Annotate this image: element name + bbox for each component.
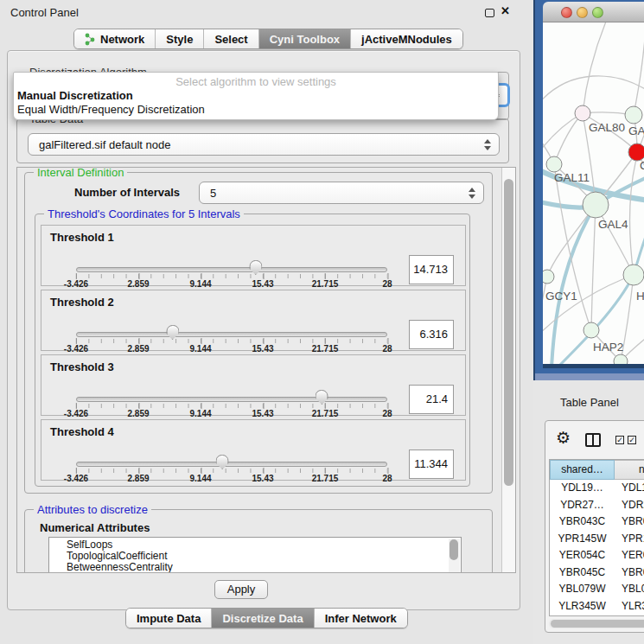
numerical-attributes-list[interactable]: SelfLoopsTopologicalCoefficientBetweenne… xyxy=(48,537,462,572)
table-body: YDL19… YDL19… YDR27… YDR27… YBR043C YBR0… xyxy=(550,480,644,616)
svg-text:GAL80: GAL80 xyxy=(589,121,625,134)
tick-label: 21.715 xyxy=(312,344,339,354)
settings-scrollbar[interactable] xyxy=(501,168,515,572)
cell-shared-name[interactable]: YLR345W xyxy=(550,598,615,615)
table-row[interactable]: YPR145W YPR145W xyxy=(550,531,644,548)
tick-label: 9.144 xyxy=(189,279,211,289)
table-row[interactable]: YDR27… YDR27… xyxy=(550,497,644,514)
cell-name[interactable]: YDR27… xyxy=(615,497,644,514)
table-row[interactable]: YDL19… YDL19… xyxy=(550,480,644,497)
table-scrollbar-thumb[interactable] xyxy=(551,620,644,628)
list-item[interactable]: BetweennessCentrality xyxy=(49,560,461,571)
minimize-traffic-light-icon[interactable] xyxy=(577,7,588,18)
tab-infer-label: Infer Network xyxy=(325,612,397,625)
list-item[interactable]: TopologicalCoefficient xyxy=(49,549,461,560)
cell-shared-name[interactable]: YPR145W xyxy=(550,531,615,548)
column-header-name[interactable]: na xyxy=(615,460,644,480)
close-traffic-light-icon[interactable] xyxy=(561,7,572,18)
number-of-intervals-value: 5 xyxy=(210,187,216,200)
tick-label: 28 xyxy=(382,474,392,483)
cell-name[interactable]: YBL079W xyxy=(615,581,644,598)
cell-name[interactable]: YIL052C xyxy=(615,615,644,616)
table-row[interactable]: YIL052C YIL052C xyxy=(550,615,644,616)
tab-select[interactable]: Select xyxy=(204,29,258,48)
tick-label: 2.859 xyxy=(127,409,149,418)
tick-label: 28 xyxy=(382,279,392,289)
float-window-icon[interactable] xyxy=(485,9,494,17)
gear-icon[interactable] xyxy=(556,428,571,448)
zoom-traffic-light-icon[interactable] xyxy=(592,7,603,18)
network-icon xyxy=(85,33,96,46)
checkbox-icon[interactable] xyxy=(615,436,624,444)
tick-label-row: -3.4262.8599.14415.4321.71528 xyxy=(76,325,387,354)
threshold-row: Threshold 3 -3.4262.8599.14415.4321.7152… xyxy=(41,354,466,416)
cyni-toolbox-panel: Discretization Algorithm Select algorith… xyxy=(7,50,520,610)
cell-shared-name[interactable]: YIL052C xyxy=(550,615,615,616)
spinner-up-icon xyxy=(484,139,491,143)
spinner-down-icon xyxy=(469,194,475,199)
columns-icon[interactable] xyxy=(585,433,601,447)
tick-label: 28 xyxy=(382,409,392,418)
tab-network[interactable]: Network xyxy=(74,29,156,48)
cell-shared-name[interactable]: YDL19… xyxy=(550,480,615,497)
checkbox-icon[interactable] xyxy=(628,436,636,444)
tab-cyni-toolbox[interactable]: Cyni Toolbox xyxy=(259,29,351,48)
threshold-value-field[interactable]: 21.4 xyxy=(409,385,454,414)
svg-text:GA: GA xyxy=(628,124,644,137)
table-row[interactable]: YBL079W YBL079W xyxy=(550,581,644,598)
table-data-combobox[interactable]: galFiltered.sif default node xyxy=(28,133,500,156)
cell-shared-name[interactable]: YBL079W xyxy=(550,581,615,598)
table-horizontal-scrollbar[interactable] xyxy=(549,619,644,628)
threshold-row: Threshold 2 -3.4262.8599.14415.4321.7152… xyxy=(41,290,466,351)
tab-discretize-data[interactable]: Discretize Data xyxy=(212,609,314,628)
svg-text:C: C xyxy=(640,159,644,172)
tick-label-row: -3.4262.8599.14415.4321.71528 xyxy=(76,390,387,419)
number-of-intervals-combobox[interactable]: 5 xyxy=(199,182,484,204)
settings-scrollbar-thumb[interactable] xyxy=(504,179,513,486)
cell-name[interactable]: YER054C xyxy=(615,547,644,564)
table-row[interactable]: YLR345W YLR345W xyxy=(550,598,644,615)
table-row[interactable]: YER054C YER054C xyxy=(550,547,644,564)
cell-name[interactable]: YPR145W xyxy=(615,531,644,548)
tick-label: -3.426 xyxy=(64,279,88,289)
tab-discretize-label: Discretize Data xyxy=(222,612,303,625)
network-window-titlebar[interactable] xyxy=(543,2,644,22)
tick-label: -3.426 xyxy=(64,344,88,354)
cell-shared-name[interactable]: YDR27… xyxy=(550,497,615,514)
threshold-label: Threshold 4 xyxy=(50,425,114,438)
column-header-shared-name[interactable]: shared… xyxy=(550,460,615,480)
tick-label: 9.144 xyxy=(189,344,211,354)
tab-infer-network[interactable]: Infer Network xyxy=(315,609,407,628)
list-scrollbar[interactable] xyxy=(449,539,460,572)
window-frame-edge xyxy=(535,373,644,380)
cell-name[interactable]: YDL19… xyxy=(615,480,644,497)
tick-label: -3.426 xyxy=(64,474,88,483)
threshold-value-field[interactable]: 11.344 xyxy=(409,450,454,479)
dropdown-item-manual[interactable]: Manual Discretization xyxy=(14,88,498,102)
cell-name[interactable]: YBR043C xyxy=(615,513,644,531)
threshold-value-field[interactable]: 6.316 xyxy=(409,320,454,349)
svg-text:HAP2: HAP2 xyxy=(593,341,623,354)
table-panel-box: shared… na YDL19… YDL19… YDR27… YDR27… xyxy=(545,420,644,633)
threshold-value-field[interactable]: 14.713 xyxy=(409,255,454,284)
tab-impute-data[interactable]: Impute Data xyxy=(126,609,212,628)
cell-name[interactable]: YBR045C xyxy=(615,564,644,582)
tab-impute-label: Impute Data xyxy=(137,612,201,625)
cell-shared-name[interactable]: YBR043C xyxy=(550,513,615,531)
network-canvas[interactable]: GAL80GACGAL11GAL4GCY1HHAP2 xyxy=(543,22,644,364)
table-row[interactable]: YBR043C YBR043C xyxy=(550,513,644,531)
settings-scroll-area: Interval Definition Number of Intervals … xyxy=(16,167,516,573)
table-row[interactable]: YBR045C YBR045C xyxy=(550,564,644,582)
tab-style[interactable]: Style xyxy=(156,29,204,48)
cell-shared-name[interactable]: YBR045C xyxy=(550,564,615,582)
apply-button[interactable]: Apply xyxy=(214,580,268,599)
tab-jactivemnodules[interactable]: jActiveMNodules xyxy=(351,29,462,48)
dropdown-item-equal-width[interactable]: Equal Width/Frequency Discretization xyxy=(14,102,498,116)
svg-text:GAL4: GAL4 xyxy=(598,218,628,231)
list-item[interactable]: SelfLoops xyxy=(49,538,461,549)
tick-label: -3.426 xyxy=(64,409,88,418)
list-scrollbar-thumb[interactable] xyxy=(450,539,458,560)
cell-name[interactable]: YLR345W xyxy=(615,598,644,615)
close-icon[interactable] xyxy=(501,4,510,17)
cell-shared-name[interactable]: YER054C xyxy=(550,547,615,564)
